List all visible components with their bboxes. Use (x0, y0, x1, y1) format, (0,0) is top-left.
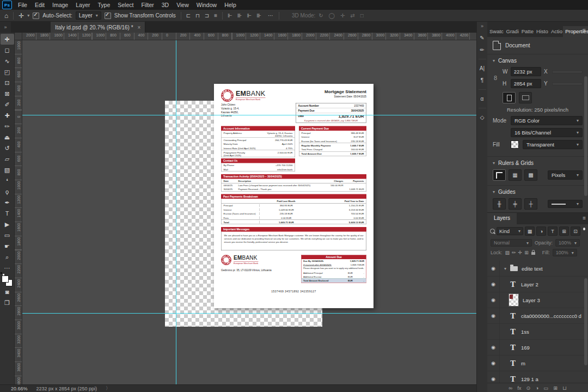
group-icon[interactable]: ▭ (543, 385, 548, 391)
distribute-icon[interactable]: ⊪ (237, 13, 242, 19)
visibility-toggle[interactable]: ◉ (487, 261, 500, 276)
layer-row-layer-3[interactable]: ◉Layer 3 (487, 292, 588, 308)
fill-swatch[interactable] (511, 140, 519, 149)
visibility-toggle[interactable]: ◉ (487, 340, 500, 355)
visibility-toggle[interactable]: ◉ (487, 292, 500, 308)
layers-scrollbar[interactable] (584, 278, 587, 365)
brush-settings-icon[interactable]: ✎ (480, 35, 484, 41)
tab-histo[interactable]: Histo (534, 26, 549, 37)
dodge-tool[interactable]: ϙ (1, 186, 14, 197)
adjustment-layer-icon[interactable]: ◑ (536, 385, 539, 391)
align-icon[interactable]: ⊓ (195, 13, 200, 19)
status-popup-arrow[interactable]: 〉 (106, 385, 111, 392)
layer-style-icon[interactable]: fx (517, 385, 521, 391)
delete-layer-icon[interactable]: ⊔ (562, 385, 566, 391)
move-tool-icon[interactable]: ✛ (19, 12, 24, 20)
opacity-field[interactable]: 100% ▾ (555, 239, 580, 247)
align-icon[interactable]: ⊐ (205, 13, 209, 19)
lock-option-icon[interactable]: ▨ (505, 250, 510, 255)
layer-filter-icon[interactable]: T (548, 226, 558, 236)
panel-menu-icon[interactable]: ≡ (583, 27, 586, 33)
ruler-units-select[interactable]: Pixels ▾ (548, 170, 583, 180)
layers-tab[interactable]: Layers (487, 213, 517, 224)
lasso-tool[interactable]: ∿ (1, 56, 14, 66)
toggle-pixel-grid-button[interactable]: ▩ (524, 169, 537, 181)
paragraph-panel-icon[interactable]: ¶ (481, 77, 483, 83)
chevron-down-icon[interactable]: ▾ (27, 13, 29, 18)
path-selection-tool[interactable]: ▶ (1, 219, 14, 230)
menu-layer[interactable]: Layer (72, 1, 94, 9)
layer-row-129-1-a[interactable]: ◉T129 1 a (487, 371, 588, 383)
vertical-guide[interactable] (176, 40, 176, 384)
horizontal-guide[interactable] (22, 313, 476, 314)
layer-fill-field[interactable]: 100% ▾ (553, 249, 577, 256)
panel-collapse-icon[interactable]: » (481, 23, 483, 29)
vertical-ruler[interactable]: 1000800600400200020040060080010001200140… (15, 40, 22, 384)
link-dimensions-icon[interactable]: 8 (494, 75, 497, 81)
healing-brush-tool[interactable]: ✚ (1, 110, 14, 121)
landscape-orientation-button[interactable] (519, 92, 532, 103)
clone-stamp-tool[interactable]: ⏏ (1, 132, 14, 143)
visibility-toggle[interactable] (487, 324, 500, 339)
horizontal-ruler[interactable]: 2000180016001400120010008006004002000200… (22, 33, 476, 40)
chevron-down-icon[interactable]: ▾ (504, 266, 506, 271)
layer-row-edite-text[interactable]: ◉▾edite text (487, 261, 588, 277)
bit-depth-select[interactable]: 16 Bits/Channel ▾ (511, 128, 583, 137)
close-icon[interactable]: × (138, 24, 141, 30)
hand-tool[interactable]: ☛ (1, 241, 14, 252)
marquee-tool[interactable]: ◻ (1, 45, 14, 56)
show-transform-checkbox[interactable] (105, 13, 111, 19)
frame-tool[interactable]: ⊠ (1, 88, 14, 99)
lock-option-icon[interactable]: ⊞ (524, 250, 529, 255)
color-mode-select[interactable]: RGB Color ▾ (511, 116, 583, 125)
menu-select[interactable]: Select (114, 1, 137, 9)
eyedropper-tool[interactable]: ✐ (1, 99, 14, 110)
menu-edit[interactable]: Edit (31, 1, 48, 9)
tab-gradi[interactable]: Gradi (504, 26, 519, 37)
distribute-icon[interactable]: ⊩ (247, 13, 252, 19)
portrait-orientation-button[interactable] (503, 92, 516, 103)
align-icon[interactable]: ⊏ (186, 13, 191, 19)
tab-swatc[interactable]: Swatc (487, 26, 504, 37)
lock-all-icon[interactable] (531, 252, 535, 255)
link-layers-icon[interactable]: ∞ (509, 385, 512, 391)
mortgage-statement-document[interactable]: EMBANK European Merchant Bank Mortgage S… (214, 84, 373, 308)
panel-menu-icon[interactable]: ≡ (583, 215, 586, 221)
character-panel-icon[interactable]: A| (480, 65, 485, 71)
layer-filter-icon[interactable]: ▦ (525, 226, 535, 236)
tab-actio[interactable]: Actio (549, 26, 563, 37)
lock-option-icon[interactable]: ✏ (512, 250, 516, 255)
foreground-color-swatch[interactable] (2, 275, 9, 283)
home-icon[interactable]: ⌂ (4, 12, 8, 20)
blur-tool[interactable]: ❛ (1, 175, 14, 186)
toggle-grid-button[interactable]: ▦ (509, 169, 522, 181)
menu-filter[interactable]: Filter (137, 1, 157, 9)
fill-select[interactable]: Transparent ▾ (523, 140, 583, 149)
visibility-toggle[interactable]: ◉ (487, 371, 500, 383)
blend-mode-select[interactable]: Normal ▾ (491, 239, 532, 247)
layer-row-layer-2[interactable]: ◉TLayer 2 (487, 277, 588, 292)
gradient-tool[interactable]: ▧ (1, 164, 14, 175)
auto-select-checkbox[interactable] (33, 13, 39, 19)
guide-option-button[interactable]: ╫ (493, 198, 506, 210)
zoom-tool[interactable]: ⌕ (1, 252, 14, 262)
visibility-toggle[interactable]: ◉ (487, 277, 500, 292)
properties-scrollbar[interactable] (584, 76, 587, 196)
color-swatches[interactable] (2, 275, 13, 286)
quick-mask-mode[interactable]: ◙ (1, 286, 14, 297)
brushes-icon[interactable]: ✏ (480, 47, 484, 53)
pen-tool[interactable]: ✒ (1, 197, 14, 208)
rulers-grids-section-header[interactable]: ▾ Rulers & Grids (493, 160, 583, 166)
glyphs-panel-icon[interactable]: α (481, 96, 484, 102)
width-field[interactable]: 2232 px (511, 67, 541, 76)
toggle-rulers-button[interactable] (493, 169, 506, 181)
height-field[interactable]: 2854 px (511, 79, 541, 88)
menu-3d[interactable]: 3D (158, 1, 173, 9)
document-tab[interactable]: Italy id.psd @ 20.7% (RGB/16) * × (51, 22, 145, 33)
history-brush-tool[interactable]: ↺ (1, 143, 14, 154)
guide-style-select[interactable]: ▾ (548, 200, 583, 208)
more-options-icon[interactable]: ⋯ (268, 13, 274, 19)
toolbar-collapse-arrows[interactable]: » (0, 22, 11, 33)
layer-row-1ss[interactable]: T1ss (487, 324, 588, 340)
layer-row-cita0000000-cccccccc0-d[interactable]: ◉Tcita0000000...cccccccc0 d (487, 308, 588, 324)
